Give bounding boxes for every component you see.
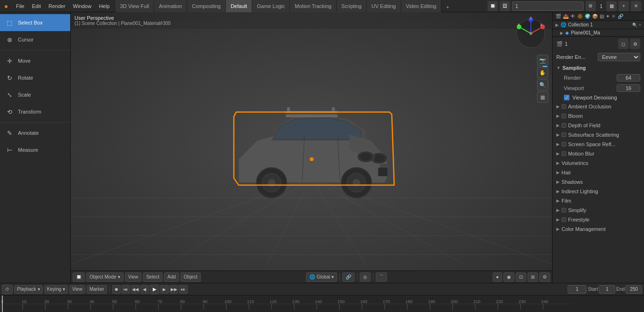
tab-motion-tracking[interactable]: Motion Tracking: [290, 0, 337, 12]
menu-render[interactable]: Render: [45, 0, 69, 12]
hand-tool-icon[interactable]: ✋: [537, 67, 548, 78]
tab-video-editing[interactable]: Video Editing: [401, 0, 442, 12]
3d-viewport[interactable]: User Perspective (1) Scene Collection | …: [71, 12, 552, 283]
film-item[interactable]: ▶ Film: [553, 196, 644, 205]
renderlayer-add-icon[interactable]: +: [619, 1, 629, 11]
tab-uv-editing[interactable]: UV Editing: [367, 0, 401, 12]
tool-scale[interactable]: ⤡ Scale: [0, 86, 70, 103]
renderlayer-remove-icon[interactable]: ✕: [631, 1, 641, 11]
motion-blur-check[interactable]: [561, 151, 566, 156]
panel-icon-world[interactable]: 🌍: [585, 14, 590, 19]
motion-blur-item[interactable]: ▶ Motion Blur: [553, 149, 644, 158]
panel-icon-view[interactable]: 👁: [570, 14, 575, 19]
tab-animation[interactable]: Animation: [154, 0, 187, 12]
timeline-view-btn[interactable]: View: [69, 285, 85, 294]
blender-logo[interactable]: ●: [0, 0, 12, 12]
freestyle-check[interactable]: [561, 217, 566, 222]
tool-cursor[interactable]: ⊕ Cursor: [0, 31, 70, 48]
panel-icon-particles[interactable]: ✦: [606, 14, 610, 19]
falloff-btn[interactable]: ⌒: [376, 272, 387, 282]
viewport-shading-rendered[interactable]: ◉: [504, 272, 514, 282]
end-frame-input[interactable]: 250: [626, 285, 642, 294]
select-menu[interactable]: Select: [143, 272, 163, 282]
tab-compositing[interactable]: Compositing: [187, 0, 226, 12]
panel-icon-render[interactable]: 🎬: [555, 14, 561, 19]
ambient-occlusion-check[interactable]: [561, 104, 566, 109]
renderlayer-icon[interactable]: ▦: [606, 1, 617, 11]
panel-icon-object[interactable]: 📦: [592, 14, 598, 19]
hair-item[interactable]: ▶ Hair: [553, 168, 644, 177]
tab-game-logic[interactable]: Game Logic: [252, 0, 290, 12]
view3d-icon-btn[interactable]: 🔲: [73, 272, 85, 282]
shadows-item[interactable]: ▶ Shadows: [553, 177, 644, 187]
scene-search[interactable]: [512, 1, 584, 11]
next-frame-btn[interactable]: ▶▶: [170, 285, 178, 294]
render-value[interactable]: 64: [617, 74, 640, 82]
viewport-value[interactable]: 16: [617, 84, 640, 92]
bloom-check[interactable]: [561, 114, 566, 118]
indirect-lighting-item[interactable]: ▶ Indirect Lighting: [553, 187, 644, 196]
tool-measure[interactable]: ⊢ Measure: [0, 141, 70, 158]
object-menu[interactable]: Object: [181, 272, 201, 282]
filter-icon[interactable]: 🔍: [632, 23, 637, 27]
gizmo-toggle[interactable]: ⚙: [539, 272, 550, 282]
renderlayer-copy-btn[interactable]: ◻: [618, 39, 628, 49]
color-management-item[interactable]: ▶ Color Management: [553, 224, 644, 234]
tab-default[interactable]: Default: [226, 0, 252, 12]
screen-space-check[interactable]: [561, 142, 566, 147]
tool-annotate[interactable]: ✎ Annotate: [0, 124, 70, 141]
render-engine-select[interactable]: Eevee Cycles Workbench: [598, 53, 640, 61]
volumetrics-item[interactable]: ▶ Volumetrics: [553, 158, 644, 168]
simplify-check[interactable]: [561, 208, 566, 213]
scene-options-icon[interactable]: ⚙: [586, 1, 596, 11]
view-menu[interactable]: View: [125, 272, 142, 282]
depth-check[interactable]: [561, 123, 566, 128]
panel-icon-constraints[interactable]: 🔗: [618, 14, 623, 19]
simplify-item[interactable]: ▶ Simplify: [553, 205, 644, 215]
tab-3dview-full[interactable]: 3D View Full: [116, 0, 155, 12]
prev-frame-btn[interactable]: ◀◀: [131, 285, 140, 294]
panel-icon-mesh[interactable]: ▤: [600, 14, 604, 19]
panel-icon-physics[interactable]: ⚛: [611, 14, 616, 19]
freestyle-item[interactable]: ▶ Freestyle: [553, 215, 644, 224]
play-btn[interactable]: ▶: [150, 285, 159, 294]
xray-toggle[interactable]: ⊞: [528, 272, 538, 282]
playback-btn[interactable]: Playback ▾: [14, 285, 43, 294]
zoom-icon[interactable]: 🔍: [537, 79, 548, 90]
tool-move[interactable]: ✛ Move: [0, 52, 70, 69]
screen-space-item[interactable]: ▶ Screen Space Refl...: [553, 140, 644, 149]
camera-icon[interactable]: 📷: [537, 55, 548, 66]
subsurface-check[interactable]: [561, 132, 566, 137]
tab-scripting[interactable]: Scripting: [337, 0, 367, 12]
menu-edit[interactable]: Edit: [28, 0, 45, 12]
keying-btn[interactable]: Keying ▾: [44, 285, 68, 294]
subsurface-item[interactable]: ▶ Subsurface Scattering: [553, 130, 644, 140]
transform-orientation[interactable]: 🌐 Global ▾: [306, 272, 337, 282]
panel-icon-output[interactable]: 📤: [563, 14, 569, 19]
add-menu[interactable]: Add: [164, 272, 179, 282]
tool-transform[interactable]: ⟲ Transform: [0, 103, 70, 120]
new-icon[interactable]: +: [639, 23, 641, 27]
menu-file[interactable]: File: [12, 0, 28, 12]
ambient-occlusion-item[interactable]: ▶ Ambient Occlusion: [553, 102, 644, 111]
next-keyframe-btn[interactable]: ▶: [160, 285, 169, 294]
view3d-icon[interactable]: 🔲: [487, 1, 498, 11]
tool-rotate[interactable]: ↻ Rotate: [0, 69, 70, 86]
record-btn[interactable]: ⏺: [112, 285, 121, 294]
table-view-icon[interactable]: ▦: [537, 91, 548, 103]
viewport-shading-solid[interactable]: ●: [493, 272, 502, 282]
viewport-denoising-checkbox[interactable]: ✓: [564, 95, 570, 100]
renderlayer-settings-btn[interactable]: ⚙: [630, 39, 640, 49]
menu-help[interactable]: Help: [95, 0, 114, 12]
start-frame-input[interactable]: 1: [599, 285, 615, 294]
sampling-section-header[interactable]: ▼ Sampling: [553, 63, 644, 73]
depth-of-field-item[interactable]: ▶ Depth of Field: [553, 121, 644, 130]
render-preview-icon[interactable]: 🖼: [500, 1, 510, 11]
object-row[interactable]: ▶ ◆ Plane001_Ma: [553, 29, 644, 37]
panel-icon-scene[interactable]: 🔆: [577, 14, 583, 19]
snap-btn[interactable]: 🔗: [342, 272, 355, 282]
skip-end-btn[interactable]: ⏭: [179, 285, 188, 294]
bloom-item[interactable]: ▶ Bloom: [553, 111, 644, 121]
timeline-ruler-area[interactable]: 0 10 20 30 40 50 60 70 80: [0, 296, 644, 312]
current-frame-input[interactable]: 1: [568, 285, 586, 294]
